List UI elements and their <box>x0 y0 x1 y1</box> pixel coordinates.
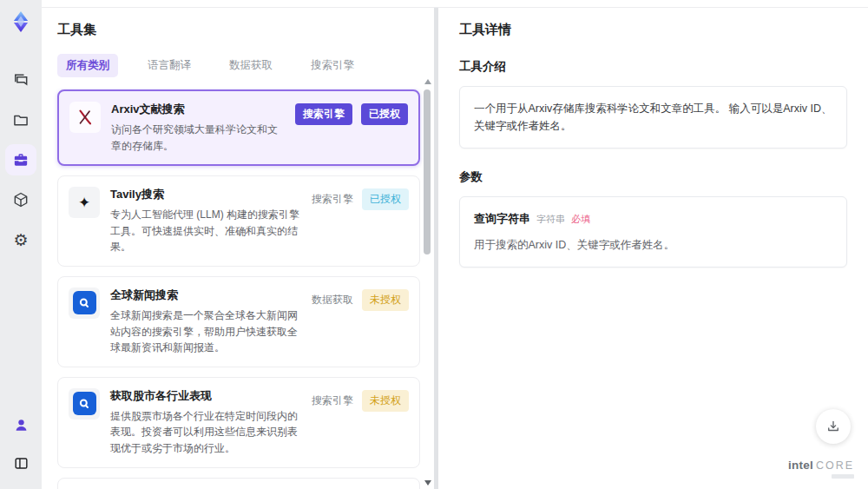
gear-icon: ⚙ <box>13 232 28 248</box>
tool-name: 全球新闻搜索 <box>110 287 301 303</box>
sparkle-icon: ✦ <box>69 187 100 218</box>
tab-search-engine[interactable]: 搜索引擎 <box>302 54 363 77</box>
scroll-down-arrow-icon[interactable] <box>424 480 431 486</box>
sidebar-item-settings[interactable]: ⚙ <box>5 224 36 255</box>
sidebar-toggle-icon <box>13 455 30 472</box>
intro-section-title: 工具介绍 <box>459 59 847 75</box>
auth-status-badge: 已授权 <box>361 103 408 125</box>
brand-core-text: core <box>816 459 854 472</box>
download-button[interactable] <box>816 409 851 444</box>
sidebar-item-chat[interactable] <box>5 64 36 96</box>
tool-card-arxiv[interactable]: Arxiv文献搜索 访问各个研究领域大量科学论文和文章的存储库。 搜索引擎 已授… <box>57 89 420 166</box>
details-title: 工具详情 <box>459 22 847 38</box>
app-window: ⚙ <box>0 0 868 489</box>
tool-description: 提供股票市场各个行业在特定时间段内的表现。投资者可以利用这些信息来识别表现优于或… <box>110 408 301 457</box>
auth-status-badge: 未授权 <box>362 390 409 412</box>
tab-data-fetching[interactable]: 数据获取 <box>220 54 281 77</box>
tool-name: 获取股市各行业表现 <box>110 388 301 404</box>
chat-icon <box>12 71 30 89</box>
category-badge: 搜索引擎 <box>295 103 352 125</box>
tool-card-list: Arxiv文献搜索 访问各个研究领域大量科学论文和文章的存储库。 搜索引擎 已授… <box>42 88 434 489</box>
left-rail: ⚙ <box>0 0 42 489</box>
parameter-box: 查询字符串 字符串 必填 用于搜索的Arxiv ID、关键字或作者姓名。 <box>459 196 847 268</box>
tool-card-sector-performance[interactable]: 获取股市各行业表现 提供股票市场各个行业在特定时间段内的表现。投资者可以利用这些… <box>57 377 420 468</box>
brand-subline <box>832 474 854 479</box>
tab-all-categories[interactable]: 所有类别 <box>57 54 118 77</box>
category-label: 数据获取 <box>312 289 353 311</box>
user-icon <box>13 417 30 433</box>
tool-details-panel: 工具详情 工具介绍 一个用于从Arxiv存储库搜索科学论文和文章的工具。 输入可… <box>438 8 868 489</box>
category-label: 搜索引擎 <box>312 390 353 412</box>
download-icon <box>825 419 841 434</box>
params-section-title: 参数 <box>459 169 847 185</box>
parameter-description: 用于搜索的Arxiv ID、关键字或作者姓名。 <box>474 236 832 254</box>
sidebar-item-packages[interactable] <box>5 184 36 215</box>
tool-card-global-news[interactable]: 全球新闻搜索 全球新闻搜索是一个聚合全球各大新闻网站内容的搜索引擎，帮助用户快速… <box>57 276 420 367</box>
tool-card-most-active-stocks[interactable]: 获取市场最活跃股票信息 提供当天交易量最高的股票列表，投资者可以利用这些信息来识… <box>57 478 420 489</box>
panels: 工具集 所有类别 语言翻译 数据获取 搜索引擎 <box>42 7 868 489</box>
app-logo-icon <box>8 9 34 35</box>
tool-name: Arxiv文献搜索 <box>111 102 285 117</box>
required-flag: 必填 <box>571 212 590 228</box>
news-search-app-icon <box>69 388 100 420</box>
tool-intro-text: 一个用于从Arxiv存储库搜索科学论文和文章的工具。 输入可以是Arxiv ID… <box>474 102 832 132</box>
tool-name: Tavily搜索 <box>110 187 301 202</box>
category-label: 搜索引擎 <box>312 188 353 210</box>
tool-description: 全球新闻搜索是一个聚合全球各大新闻网站内容的搜索引擎，帮助用户快速获取全球最新资… <box>110 307 301 356</box>
tool-card-tavily[interactable]: ✦ Tavily搜索 专为人工智能代理 (LLM) 构建的搜索引擎工具。可快速提… <box>57 175 420 267</box>
cube-icon <box>12 191 30 208</box>
tools-list-panel: 工具集 所有类别 语言翻译 数据获取 搜索引擎 <box>42 8 434 489</box>
scrollbar-thumb[interactable] <box>424 89 431 254</box>
page-title: 工具集 <box>42 22 434 38</box>
main-area: 工具集 所有类别 语言翻译 数据获取 搜索引擎 <box>42 0 868 489</box>
tool-description: 专为人工智能代理 (LLM) 构建的搜索引擎工具。可快速提供实时、准确和真实的结… <box>110 207 301 255</box>
sidebar-item-panel-toggle[interactable] <box>5 447 36 479</box>
sidebar-item-files[interactable] <box>5 104 36 135</box>
sidebar-item-account[interactable] <box>5 409 36 440</box>
scroll-up-arrow-icon[interactable] <box>424 79 431 84</box>
rail-nav: ⚙ <box>5 64 36 255</box>
rail-bottom <box>5 409 36 479</box>
auth-status-badge: 未授权 <box>362 289 409 311</box>
folder-icon <box>12 111 30 129</box>
tool-description: 访问各个研究领域大量科学论文和文章的存储库。 <box>111 122 285 154</box>
parameter-name: 查询字符串 <box>474 210 530 228</box>
arxiv-logo-icon <box>69 102 101 133</box>
parameter-type: 字符串 <box>536 212 565 228</box>
tab-language-translation[interactable]: 语言翻译 <box>139 54 200 77</box>
list-scrollbar[interactable] <box>423 76 431 489</box>
news-search-app-icon <box>69 287 100 319</box>
auth-status-badge: 已授权 <box>362 188 409 210</box>
toolbox-icon <box>12 151 30 169</box>
category-tabs: 所有类别 语言翻译 数据获取 搜索引擎 <box>42 54 434 77</box>
sidebar-item-toolbox[interactable] <box>5 144 36 175</box>
intel-core-logo: intel core <box>788 459 854 479</box>
tool-intro-box: 一个用于从Arxiv存储库搜索科学论文和文章的工具。 输入可以是Arxiv ID… <box>459 86 847 149</box>
top-strip <box>42 0 868 7</box>
brand-intel-text: intel <box>788 459 813 472</box>
